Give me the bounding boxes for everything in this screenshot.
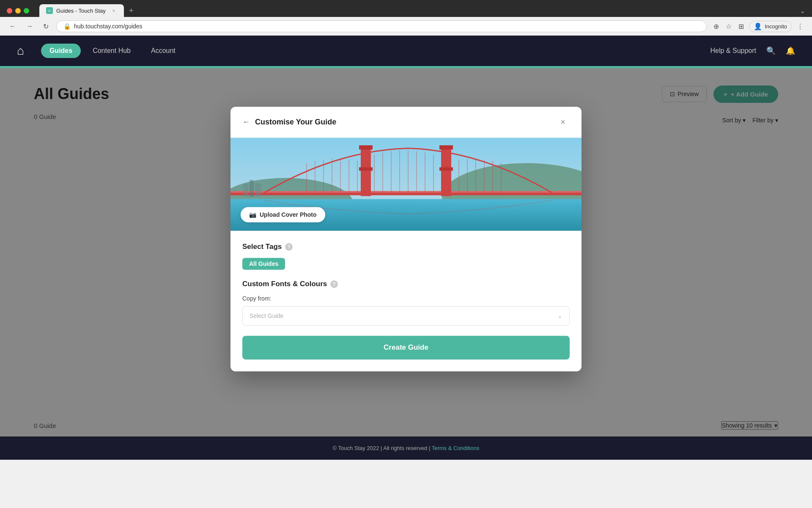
svg-rect-38 — [255, 183, 261, 197]
modal-back-button[interactable]: ← — [242, 118, 250, 127]
dropdown-chevron-icon: ⌄ — [557, 312, 562, 319]
nav-right: Help & Support 🔍 🔔 — [710, 46, 795, 55]
nav-items: Guides Content Hub Account — [41, 44, 710, 58]
modal-header: ← Customise Your Guide × — [230, 107, 582, 138]
select-guide-placeholder: Select Guide — [250, 312, 283, 319]
upload-cover-photo-label: Upload Cover Photo — [260, 211, 317, 218]
browser-nav-icons: ⊕ ☆ ⊞ 👤 Incognito ⋮ — [712, 21, 805, 32]
customise-guide-modal: ← Customise Your Guide × — [230, 107, 582, 371]
bell-icon[interactable]: 🔔 — [786, 46, 795, 55]
svg-rect-30 — [361, 146, 371, 196]
svg-rect-35 — [439, 167, 453, 171]
svg-rect-36 — [243, 184, 248, 197]
select-tags-section-title: Select Tags ? — [242, 243, 570, 251]
forward-button[interactable]: → — [24, 21, 36, 32]
nav-item-account[interactable]: Account — [143, 44, 184, 58]
user-label: Incognito — [765, 23, 787, 30]
grid-icon[interactable]: ⊞ — [737, 21, 746, 32]
back-button[interactable]: ← — [7, 21, 19, 32]
tab-close-button[interactable]: × — [110, 7, 117, 14]
select-tags-help-icon[interactable]: ? — [285, 243, 293, 251]
app-logo[interactable]: ⌂ — [17, 44, 24, 58]
user-chip[interactable]: 👤 Incognito — [749, 21, 792, 32]
new-tab-button[interactable]: + — [126, 5, 137, 17]
select-guide-dropdown[interactable]: Select Guide ⌄ — [242, 306, 570, 326]
nav-item-guides[interactable]: Guides — [41, 44, 81, 58]
browser-dots — [7, 8, 29, 14]
modal-close-button[interactable]: × — [556, 115, 570, 129]
modal-body: Select Tags ? All Guides Custom Fonts & … — [230, 231, 582, 371]
cast-icon[interactable]: ⊕ — [712, 21, 721, 32]
browser-chrome: G Guides - Touch Stay × + ⌄ ← → ↻ 🔒 hub.… — [0, 0, 812, 36]
svg-rect-31 — [359, 145, 373, 149]
tab-favicon: G — [46, 7, 53, 14]
custom-fonts-section-title: Custom Fonts & Colours ? — [242, 280, 570, 288]
minimize-dot[interactable] — [15, 8, 21, 14]
all-guides-tag[interactable]: All Guides — [242, 258, 285, 270]
menu-button[interactable]: ⋮ — [795, 21, 805, 32]
refresh-button[interactable]: ↻ — [41, 21, 51, 32]
address-bar[interactable]: 🔒 hub.touchstay.com/guides — [56, 20, 707, 32]
nav-item-content-hub[interactable]: Content Hub — [84, 44, 139, 58]
url-text: hub.touchstay.com/guides — [74, 23, 143, 30]
custom-fonts-label: Custom Fonts & Colours — [242, 280, 327, 288]
create-guide-button[interactable]: Create Guide — [242, 336, 570, 359]
cover-photo-area: 📷 Upload Cover Photo — [230, 138, 582, 231]
app-nav: ⌂ Guides Content Hub Account Help & Supp… — [0, 36, 812, 66]
terms-link[interactable]: Terms & Conditions — [432, 445, 480, 451]
select-tags-label: Select Tags — [242, 243, 282, 251]
tab-bar: G Guides - Touch Stay × + — [39, 4, 137, 17]
tab-title: Guides - Touch Stay — [56, 8, 106, 14]
svg-rect-33 — [441, 146, 451, 196]
maximize-dot[interactable] — [24, 8, 29, 14]
page-content: All Guides ⊡ Preview + + Add Guide 0 Gui… — [0, 68, 812, 436]
custom-fonts-help-icon[interactable]: ? — [330, 280, 338, 288]
star-icon[interactable]: ☆ — [724, 21, 733, 32]
upload-cover-photo-button[interactable]: 📷 Upload Cover Photo — [241, 207, 325, 222]
footer-text: © Touch Stay 2022 | All rights reserved … — [333, 445, 431, 451]
svg-rect-37 — [250, 180, 254, 197]
copy-from-label: Copy from: — [242, 295, 570, 302]
modal-title: Customise Your Guide — [255, 118, 556, 127]
svg-rect-32 — [359, 167, 373, 171]
footer: © Touch Stay 2022 | All rights reserved … — [0, 436, 812, 460]
collapse-button[interactable]: ⌄ — [800, 7, 805, 15]
svg-rect-5 — [230, 191, 582, 193]
active-tab[interactable]: G Guides - Touch Stay × — [39, 4, 124, 17]
tags-container: All Guides — [242, 258, 570, 270]
svg-rect-34 — [439, 145, 453, 149]
browser-nav: ← → ↻ 🔒 hub.touchstay.com/guides ⊕ ☆ ⊞ 👤… — [0, 17, 812, 36]
close-dot[interactable] — [7, 8, 12, 14]
camera-icon: 📷 — [249, 211, 256, 218]
search-icon[interactable]: 🔍 — [766, 46, 776, 55]
help-support-link[interactable]: Help & Support — [710, 47, 756, 55]
